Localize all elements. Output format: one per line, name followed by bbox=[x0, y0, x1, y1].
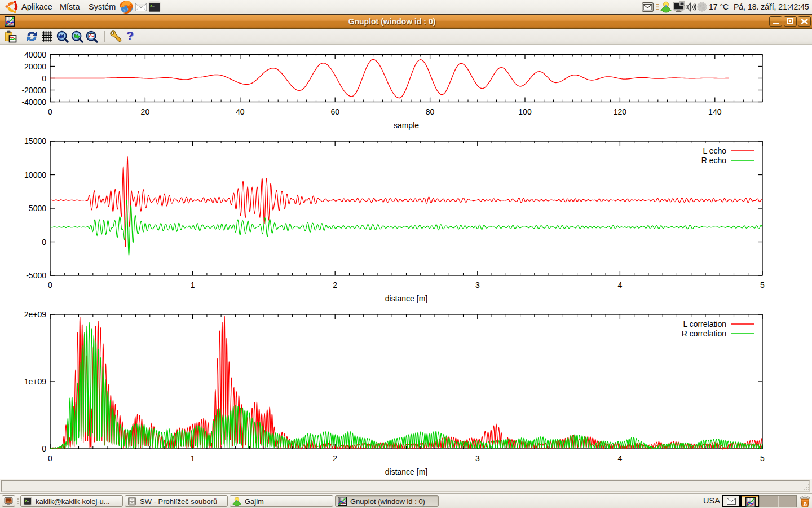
svg-text:140: 140 bbox=[708, 107, 722, 116]
svg-text:80: 80 bbox=[426, 107, 435, 116]
svg-text:120: 120 bbox=[614, 107, 627, 116]
svg-text:2e+09: 2e+09 bbox=[24, 310, 47, 319]
svg-text:distance [m]: distance [m] bbox=[385, 294, 427, 303]
svg-text:0: 0 bbox=[42, 74, 46, 83]
svg-text:-20000: -20000 bbox=[21, 86, 46, 95]
svg-text:1e+09: 1e+09 bbox=[24, 377, 47, 386]
svg-text:0: 0 bbox=[42, 238, 46, 247]
svg-text:0: 0 bbox=[42, 444, 46, 453]
svg-text:10000: 10000 bbox=[24, 170, 46, 179]
svg-text:0: 0 bbox=[48, 107, 52, 116]
svg-text:0: 0 bbox=[48, 281, 52, 290]
svg-text:-5000: -5000 bbox=[26, 271, 46, 280]
svg-text:4: 4 bbox=[618, 281, 623, 290]
svg-text:1: 1 bbox=[191, 281, 195, 290]
svg-text:15000: 15000 bbox=[24, 137, 46, 146]
svg-text:5000: 5000 bbox=[29, 204, 46, 213]
svg-text:5: 5 bbox=[760, 454, 765, 463]
svg-text:distance [m]: distance [m] bbox=[385, 467, 427, 476]
svg-text:3: 3 bbox=[475, 281, 480, 290]
svg-text:R echo: R echo bbox=[701, 156, 727, 165]
svg-text:4: 4 bbox=[618, 454, 623, 463]
svg-text:0: 0 bbox=[48, 454, 52, 463]
svg-text:1: 1 bbox=[191, 454, 195, 463]
svg-text:5: 5 bbox=[760, 281, 765, 290]
svg-text:2: 2 bbox=[333, 454, 337, 463]
svg-text:40: 40 bbox=[236, 107, 245, 116]
svg-text:sample: sample bbox=[394, 121, 419, 130]
svg-text:60: 60 bbox=[330, 107, 339, 116]
svg-text:20: 20 bbox=[141, 107, 150, 116]
svg-text:-40000: -40000 bbox=[21, 98, 46, 107]
svg-text:L correlation: L correlation bbox=[683, 319, 726, 329]
svg-text:R correlation: R correlation bbox=[682, 329, 726, 338]
svg-text:2: 2 bbox=[333, 281, 337, 290]
svg-text:40000: 40000 bbox=[24, 50, 46, 59]
svg-text:100: 100 bbox=[518, 107, 532, 116]
svg-text:3: 3 bbox=[475, 454, 480, 463]
svg-text:20000: 20000 bbox=[24, 62, 46, 71]
svg-text:L echo: L echo bbox=[703, 146, 726, 155]
